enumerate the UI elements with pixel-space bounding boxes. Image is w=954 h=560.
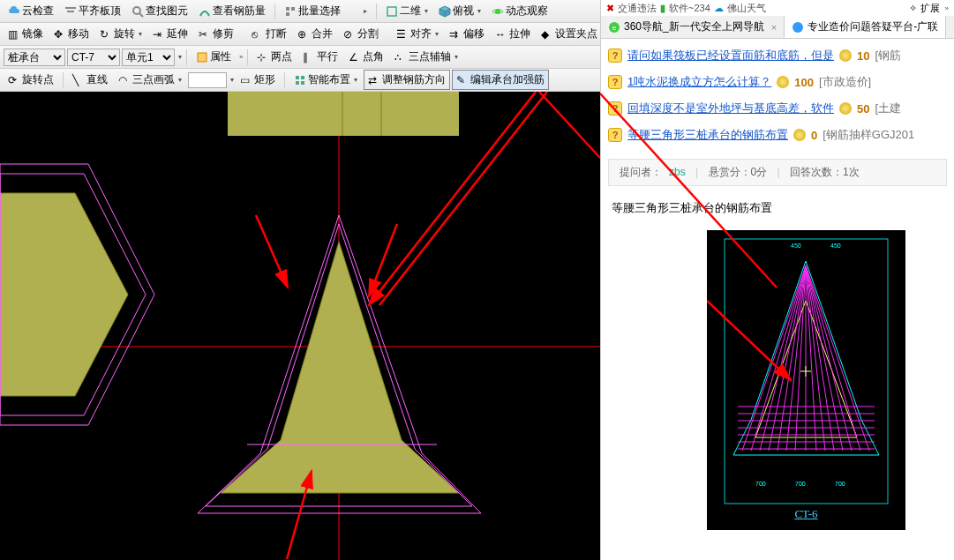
trim-button[interactable]: ✂修剪 [194,24,238,44]
cloud-check-button[interactable]: 云检查 [4,1,58,21]
svg-text:e: e [612,24,617,32]
cube-icon [439,5,451,18]
coin-icon [839,102,852,115]
svg-rect-0 [65,7,76,9]
batch-icon [284,5,297,18]
close-icon[interactable]: × [771,22,777,33]
rect-button[interactable]: ▭矩形 [236,70,280,90]
rotate-pt-button[interactable]: ⟳旋转点 [4,70,58,90]
adjust-rebar-dir-button[interactable]: ⇄调整钢筋方向 [364,70,450,90]
split-button[interactable]: ⊘分割 [339,24,383,44]
qa-link[interactable]: 等腰三角形三桩承台的钢筋布置 [627,127,788,143]
question-icon: ? [608,128,622,142]
faves-link[interactable]: ✧ 扩展 [909,2,939,15]
more-dropdown[interactable]: ▸ [357,4,372,18]
merge-icon: ⊕ [297,28,310,41]
dropdown-icon[interactable]: ▾ [178,53,182,61]
qa-points: 50 [857,102,869,116]
qa-category: [钢筋 [875,48,901,63]
qa-link[interactable]: 请问如果筏板已经设置面筋和底筋，但是 [627,48,834,63]
svg-text:450: 450 [791,243,801,249]
browser-panel: ✖ 交通违法 ▮ 软件~234 ☁ 佛山天气 ✧ 扩展 » e 360导航_新一… [600,0,954,560]
drawing-canvas[interactable] [0,92,600,560]
svg-line-40 [751,265,806,451]
member-type-select[interactable]: 桩承台 [4,49,65,66]
svg-text:700: 700 [755,481,766,487]
search-icon [131,5,144,18]
coin-icon [777,76,789,88]
rotate-button[interactable]: ↻旋转▾ [95,24,146,44]
2d-icon [386,5,398,18]
stretch-button[interactable]: ↔拉伸 [491,24,535,44]
align-top-button[interactable]: 平齐板顶 [60,1,125,21]
offset-button[interactable]: ⇉偏移 [445,24,489,44]
member-id-select[interactable]: CT-7 [67,49,120,66]
view-2d-button[interactable]: 二维▾ [381,1,432,21]
svg-rect-4 [286,7,289,11]
qa-points: 10 [857,49,869,63]
line-button[interactable]: ╲直线 [68,70,112,90]
value-input[interactable] [188,72,227,88]
break-button[interactable]: ⎋打断 [247,24,291,44]
qa-link[interactable]: 回填深度不是室外地坪与基底高差，软件 [627,101,834,116]
move-icon: ✥ [54,28,66,41]
question-title: 等腰三角形三桩承台的钢筋布置 [601,193,954,223]
svg-rect-17 [228,92,459,136]
toolbar-edit: ▥镜像 ✥移动 ↻旋转▾ ⇥延伸 ✂修剪 ⎋打断 ⊕合并 ⊘分割 ☰对齐▾ ⇉偏… [0,23,600,46]
cad-app-panel: 云检查 平齐板顶 查找图元 查看钢筋量 批量选择 ▸ 二维▾ 俯视▾ 动态观察 … [0,0,600,560]
qa-category: [市政造价] [819,74,871,90]
three-pt-aux-button[interactable]: ∴三点辅轴▾ [390,47,462,67]
reference-caption: CT-6 [794,507,817,521]
unit-select[interactable]: 单元1 [122,49,175,66]
properties-button[interactable]: 属性 [192,47,236,67]
site-icon [792,21,804,34]
align-icon [64,5,77,18]
soft-link[interactable]: 软件~234 [669,2,710,15]
batch-select-button[interactable]: 批量选择 [280,1,345,21]
qa-link[interactable]: 1吨水泥换成立方怎么计算？ [627,74,771,90]
align-button[interactable]: ☰对齐▾ [392,24,443,44]
dynamic-view-button[interactable]: 动态观察 [487,1,552,21]
qa-category: [土建 [875,101,901,116]
qa-points: 0 [811,129,817,142]
svg-point-2 [133,7,140,14]
separator [376,4,377,19]
asker-name: zbs [669,166,686,178]
traffic-link[interactable]: 交通违法 [618,2,657,15]
tab-360nav[interactable]: e 360导航_新一代安全上网导航 × [601,16,785,38]
svg-text:700: 700 [835,481,845,487]
edit-cap-rebar-button[interactable]: ✎编辑承台加强筋 [452,70,549,90]
set-clip-button[interactable]: ◆设置夹点 [537,24,602,44]
mirror-icon: ▥ [8,28,20,41]
toolbar-member: 桩承台 CT-7 单元1 ▾ 属性 » ⊹两点 ∥平行 ∠点角 ∴三点辅轴▾ [0,46,600,69]
merge-button[interactable]: ⊕合并 [293,24,337,44]
two-point-button[interactable]: ⊹两点 [252,47,297,67]
svg-rect-1 [67,11,74,12]
svg-line-49 [806,265,834,451]
mirror-button[interactable]: ▥镜像 [4,24,48,44]
tab-qa[interactable]: 专业造价问题答疑平台-广联 [785,16,946,38]
reference-image[interactable]: 700700700 450450 CT-6 [707,230,905,530]
parallel-button[interactable]: ∥平行 [298,47,342,67]
globe-icon: e [608,21,620,34]
align2-icon: ☰ [396,28,409,41]
view-rebar-button[interactable]: 查看钢筋量 [194,1,270,21]
angle-button[interactable]: ∠点角 [344,47,388,67]
extend-button[interactable]: ⇥延伸 [148,24,192,44]
weather-link[interactable]: 佛山天气 [727,2,766,15]
arc3pt-button[interactable]: ◠三点画弧▾ [114,70,186,90]
svg-line-32 [539,92,600,158]
address-bar: ✖ 交通违法 ▮ 软件~234 ☁ 佛山天气 ✧ 扩展 » [601,0,954,16]
answer-count: 回答次数：1次 [790,166,860,178]
grip-icon: ◆ [541,28,553,41]
svg-marker-20 [0,193,128,396]
svg-rect-13 [296,81,299,85]
svg-rect-10 [198,53,207,62]
top-view-button[interactable]: 俯视▾ [434,1,485,21]
smart-place-button[interactable]: 智能布置▾ [289,70,362,90]
svg-text:700: 700 [795,481,806,487]
smart-icon [294,74,306,86]
find-element-button[interactable]: 查找图元 [127,1,192,21]
move-button[interactable]: ✥移动 [49,24,94,44]
qa-item: ? 回填深度不是室外地坪与基底高差，软件 50 [土建 [605,95,950,122]
